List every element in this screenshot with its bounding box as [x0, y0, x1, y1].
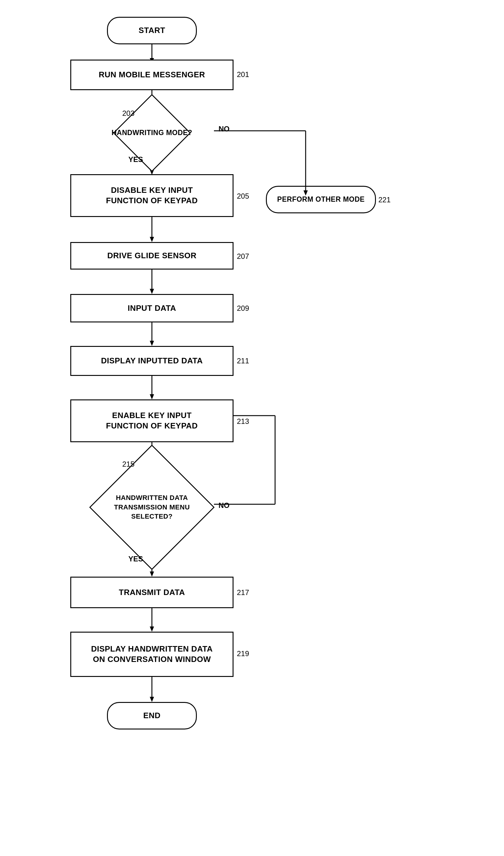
svg-marker-10	[150, 237, 154, 242]
ref-221: 221	[378, 196, 391, 204]
ref-203: 203	[122, 109, 134, 118]
handwriting-mode-node: HANDWRITING MODE?	[89, 108, 215, 157]
ref-211: 211	[237, 357, 249, 365]
ref-219: 219	[237, 649, 249, 658]
perform-other-mode-node: PERFORM OTHER MODE	[266, 186, 376, 213]
transmit-data-label: TRANSMIT DATA	[119, 587, 185, 598]
start-label: START	[139, 25, 165, 36]
input-data-label: INPUT DATA	[128, 303, 176, 314]
handwriting-mode-label: HANDWRITING MODE?	[111, 128, 192, 138]
handwritten-data-node: HANDWRITTEN DATA TRANSMISSION MENU SELEC…	[70, 459, 234, 556]
svg-marker-14	[150, 341, 154, 346]
start-node: START	[107, 17, 197, 44]
ref-201: 201	[237, 70, 249, 79]
display-handwritten-data-label: DISPLAY HANDWRITTEN DATA ON CONVERSATION…	[91, 644, 213, 665]
svg-marker-12	[150, 289, 154, 294]
enable-key-input-node: ENABLE KEY INPUT FUNCTION OF KEYPAD	[70, 399, 234, 442]
drive-glide-sensor-label: DRIVE GLIDE SENSOR	[107, 251, 197, 261]
display-inputted-data-label: DISPLAY INPUTTED DATA	[101, 356, 203, 366]
enable-key-input-label: ENABLE KEY INPUT FUNCTION OF KEYPAD	[106, 410, 198, 431]
flowchart: START RUN MOBILE MESSENGER 201 HANDWRITI…	[0, 0, 504, 856]
disable-key-input-label: DISABLE KEY INPUT FUNCTION OF KEYPAD	[106, 185, 198, 206]
disable-key-input-node: DISABLE KEY INPUT FUNCTION OF KEYPAD	[70, 174, 234, 217]
svg-marker-16	[150, 394, 154, 399]
handwritten-data-label: HANDWRITTEN DATA TRANSMISSION MENU SELEC…	[114, 493, 190, 521]
end-node: END	[107, 702, 197, 730]
run-mobile-messenger-label: RUN MOBILE MESSENGER	[99, 70, 205, 80]
ref-209: 209	[237, 304, 249, 313]
ref-207: 207	[237, 252, 249, 261]
run-mobile-messenger-node: RUN MOBILE MESSENGER	[70, 59, 234, 90]
no-label-215: NO	[218, 501, 230, 510]
display-inputted-data-node: DISPLAY INPUTTED DATA	[70, 346, 234, 376]
ref-215: 215	[122, 460, 134, 468]
input-data-node: INPUT DATA	[70, 294, 234, 322]
display-handwritten-data-node: DISPLAY HANDWRITTEN DATA ON CONVERSATION…	[70, 632, 234, 677]
ref-205: 205	[237, 192, 249, 200]
transmit-data-node: TRANSMIT DATA	[70, 577, 234, 608]
drive-glide-sensor-node: DRIVE GLIDE SENSOR	[70, 242, 234, 270]
svg-marker-26	[150, 626, 154, 632]
no-label-203: NO	[218, 125, 230, 133]
svg-marker-28	[150, 697, 154, 702]
perform-other-mode-label: PERFORM OTHER MODE	[277, 195, 365, 204]
ref-213: 213	[237, 417, 249, 426]
ref-217: 217	[237, 588, 249, 597]
end-label: END	[143, 711, 160, 721]
svg-marker-24	[150, 571, 154, 577]
yes-label-215: YES	[128, 555, 143, 563]
yes-label-203: YES	[128, 155, 143, 164]
